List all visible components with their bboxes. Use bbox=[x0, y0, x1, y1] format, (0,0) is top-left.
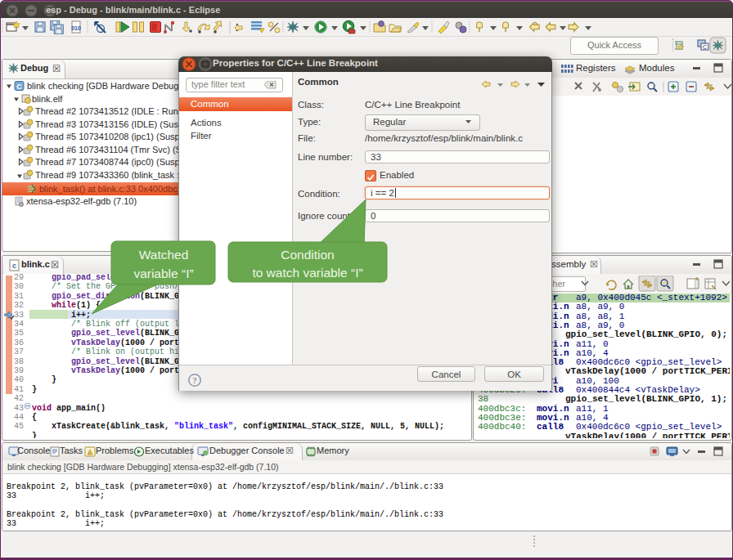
svg-text:Watched: Watched bbox=[139, 248, 189, 262]
svg-text:c: c bbox=[12, 262, 16, 270]
svg-text:?: ? bbox=[193, 375, 197, 385]
svg-text:variable “I”: variable “I” bbox=[133, 267, 193, 280]
svg-text:C: C bbox=[703, 44, 707, 50]
svg-text:to watch variable “I”: to watch variable “I” bbox=[252, 266, 362, 280]
svg-text:C: C bbox=[16, 83, 22, 91]
svg-text:010: 010 bbox=[71, 25, 81, 31]
svg-text:Condition: Condition bbox=[281, 248, 335, 262]
